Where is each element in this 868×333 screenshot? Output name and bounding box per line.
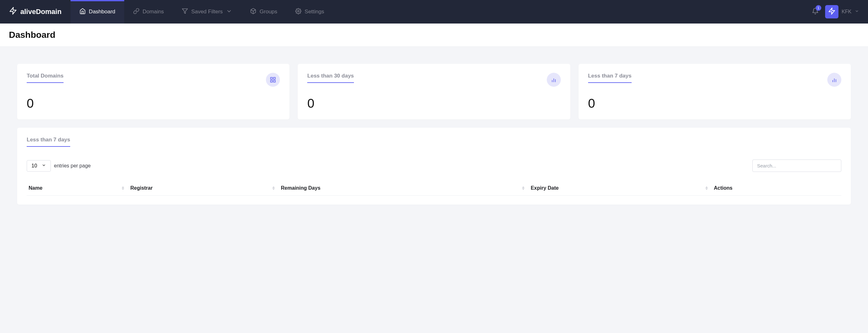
svg-marker-0	[10, 7, 16, 14]
page-header: Dashboard	[0, 24, 868, 47]
sort-icon	[272, 186, 275, 190]
svg-marker-21	[705, 186, 708, 188]
svg-marker-19	[522, 186, 525, 188]
notification-badge: 1	[815, 5, 821, 11]
user-menu[interactable]: KFK	[825, 5, 859, 19]
bar-chart-icon	[547, 73, 561, 87]
grid-icon	[266, 73, 280, 87]
table-controls: 10 entries per page	[27, 159, 841, 172]
card-title: Less than 7 days	[588, 73, 631, 83]
bolt-icon	[9, 7, 17, 17]
box-icon	[250, 8, 256, 16]
bar-chart-icon	[827, 73, 841, 87]
link-icon	[133, 8, 140, 16]
col-expiry[interactable]: Expiry Date	[529, 181, 712, 196]
sort-icon	[121, 186, 125, 190]
col-name[interactable]: Name	[27, 181, 128, 196]
data-table: Name Registrar Remaining Days Expiry Dat…	[27, 181, 841, 196]
nav-label: Saved Filters	[191, 8, 223, 15]
nav-groups[interactable]: Groups	[241, 0, 286, 24]
svg-marker-18	[272, 188, 275, 190]
stat-cards: Total Domains 0 Less than 30 days 0 Less…	[17, 64, 851, 119]
entries-per-page: 10 entries per page	[27, 160, 91, 172]
brand[interactable]: aliveDomain	[9, 7, 62, 17]
col-actions: Actions	[712, 181, 841, 196]
svg-point-3	[298, 10, 299, 12]
card-less-30: Less than 30 days 0	[298, 64, 570, 119]
col-label: Actions	[714, 185, 733, 191]
panel-less-7: Less than 7 days 10 entries per page Nam…	[17, 128, 851, 205]
avatar	[825, 5, 838, 19]
nav-settings[interactable]: Settings	[286, 0, 333, 24]
nav-label: Settings	[305, 8, 324, 15]
nav-label: Domains	[143, 8, 164, 15]
card-less-7: Less than 7 days 0	[579, 64, 851, 119]
sort-icon	[522, 186, 525, 190]
search-input[interactable]	[752, 159, 841, 172]
col-remaining[interactable]: Remaining Days	[279, 181, 529, 196]
top-nav: aliveDomain Dashboard Domains Saved Filt…	[0, 0, 868, 24]
chevron-down-icon	[226, 8, 232, 16]
chevron-down-icon	[855, 9, 859, 14]
nav-label: Groups	[259, 8, 277, 15]
col-label: Expiry Date	[531, 185, 559, 191]
nav-saved-filters[interactable]: Saved Filters	[173, 0, 241, 24]
card-title: Total Domains	[27, 73, 64, 83]
entries-label: entries per page	[54, 163, 91, 169]
user-initials: KFK	[842, 9, 851, 14]
card-value: 0	[588, 96, 841, 111]
svg-marker-16	[122, 188, 124, 190]
svg-marker-20	[522, 188, 525, 190]
card-total-domains: Total Domains 0	[17, 64, 289, 119]
svg-marker-4	[829, 8, 835, 14]
panel-title: Less than 7 days	[27, 137, 70, 147]
svg-rect-7	[274, 81, 275, 82]
svg-rect-5	[271, 78, 273, 80]
col-label: Name	[29, 185, 42, 191]
col-registrar[interactable]: Registrar	[128, 181, 279, 196]
page-title: Dashboard	[9, 30, 859, 40]
svg-marker-15	[122, 186, 124, 188]
card-title: Less than 30 days	[307, 73, 353, 83]
col-label: Remaining Days	[281, 185, 320, 191]
nav-right: 1 KFK	[812, 5, 859, 19]
svg-marker-1	[182, 8, 188, 13]
gear-icon	[295, 8, 302, 16]
home-icon	[80, 8, 86, 16]
sort-icon	[705, 186, 708, 190]
card-value: 0	[27, 96, 280, 111]
entries-value: 10	[31, 163, 37, 169]
notifications-button[interactable]: 1	[812, 8, 819, 16]
entries-select[interactable]: 10	[27, 160, 51, 172]
nav-domains[interactable]: Domains	[124, 0, 173, 24]
svg-marker-17	[272, 186, 275, 188]
nav-items: Dashboard Domains Saved Filters Groups	[70, 0, 333, 24]
filter-icon	[182, 8, 188, 16]
nav-dashboard[interactable]: Dashboard	[70, 0, 124, 24]
chevron-down-icon	[42, 163, 46, 169]
card-value: 0	[307, 96, 560, 111]
bell-icon	[812, 10, 819, 16]
bolt-icon	[828, 7, 836, 16]
content: Total Domains 0 Less than 30 days 0 Less…	[0, 47, 868, 222]
svg-rect-6	[274, 78, 275, 80]
svg-marker-22	[705, 188, 708, 190]
nav-label: Dashboard	[89, 8, 115, 15]
brand-name: aliveDomain	[20, 8, 62, 16]
col-label: Registrar	[130, 185, 153, 191]
svg-rect-8	[271, 81, 273, 82]
